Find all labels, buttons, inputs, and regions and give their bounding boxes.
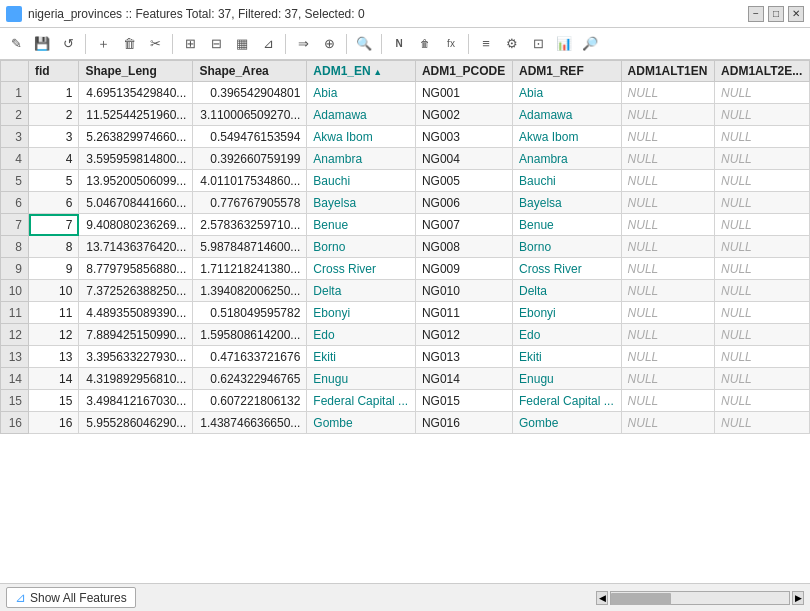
search-btn[interactable]: 🔍: [352, 32, 376, 56]
show-all-features-button[interactable]: ⊿ Show All Features: [6, 587, 136, 608]
table-row[interactable]: 12127.889425150990...1.595808614200...Ed…: [1, 324, 810, 346]
cell-fid[interactable]: 16: [29, 412, 79, 434]
cell-adm1_pcode[interactable]: NG002: [415, 104, 512, 126]
table-row[interactable]: 335.263829974660...0.549476153594Akwa Ib…: [1, 126, 810, 148]
cell-adm1_ref[interactable]: Federal Capital ...: [513, 390, 622, 412]
cell-adm1_pcode[interactable]: NG016: [415, 412, 512, 434]
cell-shape_leng[interactable]: 8.779795856880...: [79, 258, 193, 280]
header-adm1alt2en[interactable]: ADM1ALT2E...: [715, 61, 810, 82]
zoom-btn[interactable]: 🔎: [578, 32, 602, 56]
cell-adm1alt1en[interactable]: NULL: [621, 148, 715, 170]
header-shape-leng[interactable]: Shape_Leng: [79, 61, 193, 82]
cell-shape_leng[interactable]: 5.955286046290...: [79, 412, 193, 434]
cell-adm1_en[interactable]: Ekiti: [307, 346, 416, 368]
cell-fid[interactable]: 8: [29, 236, 79, 258]
cell-shape_area[interactable]: 0.396542904801: [193, 82, 307, 104]
cell-fid[interactable]: 5: [29, 170, 79, 192]
cell-fid[interactable]: 11: [29, 302, 79, 324]
cell-rownum[interactable]: 6: [1, 192, 29, 214]
cell-fid[interactable]: 10: [29, 280, 79, 302]
cell-shape_leng[interactable]: 11.52544251960...: [79, 104, 193, 126]
table-row[interactable]: 10107.372526388250...1.394082006250...De…: [1, 280, 810, 302]
stats-btn[interactable]: 📊: [552, 32, 576, 56]
cell-adm1alt2en[interactable]: NULL: [715, 302, 810, 324]
select-rect-btn[interactable]: ▦: [230, 32, 254, 56]
table-row[interactable]: 13133.395633227930...0.471633721676Ekiti…: [1, 346, 810, 368]
deselect-btn[interactable]: ⊟: [204, 32, 228, 56]
cell-rownum[interactable]: 13: [1, 346, 29, 368]
cell-adm1_en[interactable]: Benue: [307, 214, 416, 236]
refresh-btn[interactable]: ↺: [56, 32, 80, 56]
header-adm1-ref[interactable]: ADM1_REF: [513, 61, 622, 82]
cell-adm1_pcode[interactable]: NG010: [415, 280, 512, 302]
cell-rownum[interactable]: 4: [1, 148, 29, 170]
cell-rownum[interactable]: 2: [1, 104, 29, 126]
cell-adm1_en[interactable]: Gombe: [307, 412, 416, 434]
cell-adm1alt1en[interactable]: NULL: [621, 214, 715, 236]
cell-adm1_en[interactable]: Cross River: [307, 258, 416, 280]
cell-adm1alt1en[interactable]: NULL: [621, 104, 715, 126]
cell-adm1_ref[interactable]: Ebonyi: [513, 302, 622, 324]
cell-fid[interactable]: 3: [29, 126, 79, 148]
cell-shape_area[interactable]: 0.471633721676: [193, 346, 307, 368]
cell-adm1alt1en[interactable]: NULL: [621, 192, 715, 214]
cell-adm1_en[interactable]: Ebonyi: [307, 302, 416, 324]
table-row[interactable]: 15153.498412167030...0.607221806132Feder…: [1, 390, 810, 412]
cell-adm1_ref[interactable]: Enugu: [513, 368, 622, 390]
toggle-edit-btn[interactable]: ✎: [4, 32, 28, 56]
table-row[interactable]: 665.046708441660...0.776767905578Bayelsa…: [1, 192, 810, 214]
cell-adm1alt1en[interactable]: NULL: [621, 302, 715, 324]
cell-adm1alt2en[interactable]: NULL: [715, 368, 810, 390]
save-btn[interactable]: 💾: [30, 32, 54, 56]
cell-shape_leng[interactable]: 13.71436376420...: [79, 236, 193, 258]
attribute-table[interactable]: fid Shape_Leng Shape_Area ADM1_EN ADM1_P…: [0, 60, 810, 583]
cell-adm1_en[interactable]: Adamawa: [307, 104, 416, 126]
cell-shape_area[interactable]: 0.392660759199: [193, 148, 307, 170]
cell-shape_leng[interactable]: 13.95200506099...: [79, 170, 193, 192]
cell-shape_area[interactable]: 2.578363259710...: [193, 214, 307, 236]
cell-fid[interactable]: 6: [29, 192, 79, 214]
cell-rownum[interactable]: 5: [1, 170, 29, 192]
conditional-btn[interactable]: ≡: [474, 32, 498, 56]
header-adm1-en[interactable]: ADM1_EN: [307, 61, 416, 82]
cell-adm1_pcode[interactable]: NG013: [415, 346, 512, 368]
cell-shape_area[interactable]: 0.549476153594: [193, 126, 307, 148]
pan-map-btn[interactable]: ⊕: [317, 32, 341, 56]
cell-adm1_en[interactable]: Akwa Ibom: [307, 126, 416, 148]
cell-adm1alt1en[interactable]: NULL: [621, 82, 715, 104]
table-row[interactable]: 114.695135429840...0.396542904801AbiaNG0…: [1, 82, 810, 104]
cell-shape_leng[interactable]: 7.889425150990...: [79, 324, 193, 346]
table-row[interactable]: 2211.52544251960...3.110006509270...Adam…: [1, 104, 810, 126]
cell-adm1_ref[interactable]: Ekiti: [513, 346, 622, 368]
cell-shape_area[interactable]: 1.438746636650...: [193, 412, 307, 434]
cell-adm1alt2en[interactable]: NULL: [715, 346, 810, 368]
cell-rownum[interactable]: 12: [1, 324, 29, 346]
scroll-track[interactable]: [610, 591, 790, 605]
cell-adm1alt2en[interactable]: NULL: [715, 412, 810, 434]
cell-adm1_ref[interactable]: Gombe: [513, 412, 622, 434]
cell-adm1alt2en[interactable]: NULL: [715, 104, 810, 126]
cell-adm1alt2en[interactable]: NULL: [715, 148, 810, 170]
cell-rownum[interactable]: 14: [1, 368, 29, 390]
cell-fid[interactable]: 13: [29, 346, 79, 368]
table-row[interactable]: 11114.489355089390...0.518049595782Ebony…: [1, 302, 810, 324]
cell-shape_area[interactable]: 1.595808614200...: [193, 324, 307, 346]
cell-adm1alt2en[interactable]: NULL: [715, 280, 810, 302]
cell-adm1_pcode[interactable]: NG015: [415, 390, 512, 412]
cell-adm1_en[interactable]: Bayelsa: [307, 192, 416, 214]
cell-adm1_pcode[interactable]: NG012: [415, 324, 512, 346]
cell-fid[interactable]: 1: [29, 82, 79, 104]
cell-fid[interactable]: 12: [29, 324, 79, 346]
cell-adm1_en[interactable]: Delta: [307, 280, 416, 302]
cell-adm1alt2en[interactable]: NULL: [715, 82, 810, 104]
calculator-btn[interactable]: fx: [439, 32, 463, 56]
cell-adm1alt2en[interactable]: NULL: [715, 170, 810, 192]
cell-fid[interactable]: 9: [29, 258, 79, 280]
cell-adm1_ref[interactable]: Borno: [513, 236, 622, 258]
table-row[interactable]: 779.408080236269...2.578363259710...Benu…: [1, 214, 810, 236]
cell-adm1_en[interactable]: Abia: [307, 82, 416, 104]
cell-shape_area[interactable]: 0.607221806132: [193, 390, 307, 412]
header-fid[interactable]: fid: [29, 61, 79, 82]
cell-adm1alt2en[interactable]: NULL: [715, 390, 810, 412]
cell-adm1alt2en[interactable]: NULL: [715, 258, 810, 280]
